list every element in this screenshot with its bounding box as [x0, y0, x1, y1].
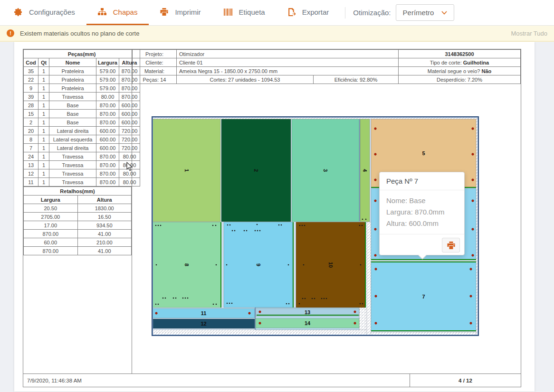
drill-hole-dot: [162, 298, 164, 299]
drill-hole-dot: [227, 303, 228, 304]
tab-chapas[interactable]: Chapas: [86, 0, 149, 25]
print-piece-button[interactable]: [442, 238, 460, 252]
tab-configuracoes[interactable]: Configurações: [3, 0, 86, 25]
table-row: 121Travessa870.0080.00: [24, 169, 140, 178]
table-row: 221Prateleira579.00870.00: [24, 75, 140, 84]
printer-icon: [160, 8, 168, 16]
waste: Desperdício: 7.20%: [399, 75, 521, 84]
table-row: 131Travessa870.0080.00: [24, 161, 140, 169]
toolbar-separator: [345, 7, 345, 19]
piece-number-label: 4: [362, 169, 368, 172]
piece-number-label: 7: [422, 294, 425, 299]
drill-hole-dot: [257, 230, 258, 232]
drill-hole-dot: [278, 224, 280, 226]
drill-hole-dot: [324, 298, 325, 299]
cutting-plan-report: Peças(mm) Cod Qt Nome Largura Altura 351…: [23, 49, 521, 387]
tab-label: Chapas: [113, 8, 138, 16]
content-card: Peças(mm) Cod Qt Nome Largura Altura 351…: [14, 42, 535, 392]
tab-label: Etiqueta: [239, 8, 265, 16]
drill-hole-dot: [303, 264, 305, 266]
tooltip-title: Peça Nº 7: [380, 172, 464, 190]
drill-hole-dot: [472, 200, 474, 202]
efficiency: Eficiência: 92.80%: [314, 75, 399, 84]
top-toolbar: Configurações Chapas Imprimir Etiqueta E…: [0, 0, 554, 26]
report-timestamp: 7/9/2020, 11:46:38 AM: [23, 374, 410, 387]
piece-number-label: 5: [422, 150, 425, 156]
drill-hole-dot: [173, 298, 174, 299]
table-row: 870.0041.00: [24, 230, 132, 238]
page-indicator: 4 / 12: [410, 374, 521, 387]
drill-hole-dot: [248, 312, 250, 314]
table-row: 2705.0016.50: [24, 213, 132, 221]
show-all-link[interactable]: Mostrar Tudo: [511, 30, 547, 37]
piece-number-label: 3: [323, 169, 328, 172]
material-label: Material:: [133, 67, 177, 75]
warning-banner: ! Existem materiais ocultos no plano de …: [0, 26, 554, 42]
drill-hole-dot: [314, 298, 315, 299]
drill-hole-dot: [360, 264, 362, 266]
drill-hole-dot: [365, 219, 367, 220]
drill-hole-dot: [374, 200, 376, 202]
col-header: Largura: [96, 58, 119, 67]
drill-hole-dot: [359, 225, 361, 226]
piece-tooltip: Peça Nº 7 Nome: Base Largura: 870.0mm Al…: [379, 172, 465, 255]
drill-hole-dot: [156, 264, 157, 266]
piece-number-label: 13: [305, 309, 310, 315]
drill-hole-dot: [302, 298, 304, 299]
warning-message: Existem materiais ocultos no plano de co…: [20, 30, 139, 37]
drill-hole-dot: [257, 224, 258, 225]
drill-hole-dot: [472, 254, 474, 256]
waste-hatch: [366, 222, 371, 335]
drill-hole-dot: [286, 303, 287, 305]
drill-hole-dot: [472, 179, 474, 181]
drill-hole-dot: [362, 225, 363, 226]
printer-icon: [447, 242, 455, 249]
table-row: 241Travessa870.0080.00: [24, 152, 140, 161]
tab-etiqueta[interactable]: Etiqueta: [212, 0, 277, 25]
cuts-info: Cortes: 27 unidades - 1094.53: [177, 75, 314, 84]
drill-hole-dot: [155, 225, 157, 226]
drill-hole-dot: [299, 303, 300, 305]
gear-icon: [14, 8, 22, 16]
drill-hole-dot: [362, 303, 363, 305]
report-footer: 7/9/2020, 11:46:38 AM 4 / 12: [23, 373, 521, 387]
col-header: Largura: [24, 196, 78, 204]
drill-hole-dot: [244, 230, 245, 232]
drill-hole-dot: [375, 268, 377, 270]
table-row: 870.0041.00: [24, 247, 132, 255]
drill-hole-dot: [213, 304, 214, 305]
table-row: 60.00210.00: [24, 238, 132, 247]
drill-hole-dot: [374, 179, 376, 181]
drill-hole-dot: [187, 298, 189, 299]
table-row: 71Lateral direita600.00720.00: [24, 144, 140, 152]
drill-hole-dot: [259, 311, 261, 313]
drill-hole-dot: [215, 225, 217, 226]
drill-hole-dot: [472, 153, 474, 155]
drill-hole-dot: [185, 298, 186, 299]
drill-hole-dot: [165, 298, 166, 299]
drill-hole-dot: [470, 322, 472, 324]
project-label: Projeto:: [133, 50, 177, 58]
table-row: 91Prateleira579.00870.00: [24, 84, 140, 93]
drill-hole-dot: [160, 225, 162, 226]
optimization-label: Otimização:: [353, 9, 391, 17]
optimization-select[interactable]: Perímetro: [396, 4, 455, 21]
col-header: Cod: [24, 58, 38, 67]
drill-hole-dot: [312, 298, 313, 299]
drill-hole-dot: [155, 312, 157, 314]
table-row: 81Lateral esquerda600.00720.00: [24, 135, 140, 144]
grain-cell: Material segue o veio? Não: [399, 67, 521, 75]
drill-hole-dot: [255, 230, 256, 232]
piece-number-label: 8: [184, 263, 190, 266]
drill-hole-dot: [158, 304, 159, 305]
cut-type-value: Guilhotina: [463, 60, 489, 65]
waste-hatch: [359, 308, 366, 330]
drill-hole-dot: [226, 264, 228, 266]
col-header: Nome: [49, 58, 96, 67]
tab-imprimir[interactable]: Imprimir: [149, 0, 212, 25]
plan-area: Projeto: Otimizador 3148362500 Cliente: …: [132, 49, 521, 373]
tab-label: Configurações: [29, 8, 75, 16]
drill-hole-dot: [259, 322, 261, 324]
table-row: 151Base870.00600.00: [24, 110, 140, 118]
tab-exportar[interactable]: Exportar: [277, 0, 341, 25]
